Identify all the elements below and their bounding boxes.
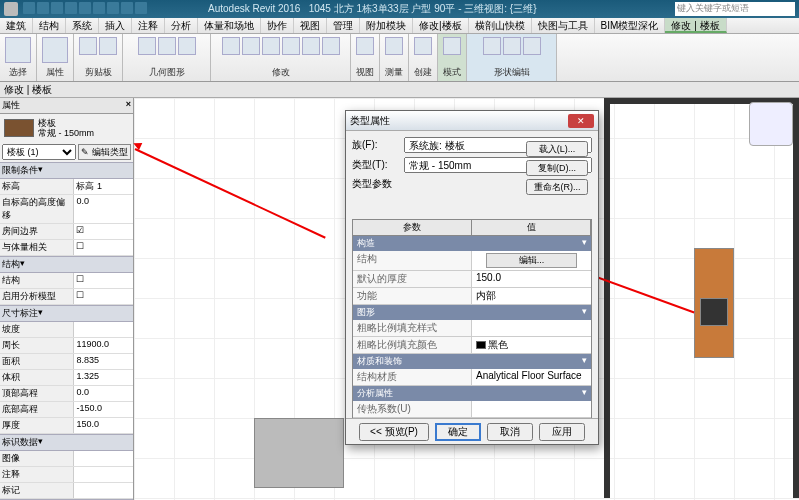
panel-view: 视图 — [356, 66, 374, 79]
panel-mode: 模式 — [443, 66, 461, 79]
tab-struct[interactable]: 结构 — [33, 18, 66, 33]
close-button[interactable]: ✕ — [568, 114, 594, 128]
properties-palette: 属性× 楼板常规 - 150mm 楼板 (1) ✎ 编辑类型 限制条件▾ 标高标… — [0, 98, 134, 500]
load-button[interactable]: 载入(L)... — [526, 141, 588, 157]
coarse-color[interactable]: 黑色 — [472, 337, 591, 353]
tab-ext1[interactable]: 修改|楼板 — [413, 18, 469, 33]
edit-type-button[interactable]: ✎ 编辑类型 — [78, 144, 131, 160]
viewcube[interactable] — [749, 102, 793, 146]
tab-ext3[interactable]: 快图与工具 — [532, 18, 595, 33]
furniture-item — [254, 418, 344, 488]
tab-mass[interactable]: 体量和场地 — [198, 18, 261, 33]
preview-button[interactable]: << 预览(P) — [359, 423, 429, 441]
type-swatch — [4, 119, 34, 137]
tab-annot[interactable]: 注释 — [132, 18, 165, 33]
group-constraints[interactable]: 限制条件▾ — [0, 162, 133, 179]
tab-ext4[interactable]: BIM模型深化 — [595, 18, 666, 33]
prop-title: 属性 — [2, 99, 20, 112]
param-table: 参数值 构造▾ 结构编辑... 默认的厚度150.0 功能内部 图形▾ 粗略比例… — [352, 219, 592, 437]
instance-filter[interactable]: 楼板 (1) — [2, 144, 76, 160]
structure-edit-button[interactable]: 编辑... — [486, 253, 577, 268]
tab-modify[interactable]: 修改 | 楼板 — [665, 18, 726, 33]
panel-clip: 剪贴板 — [85, 66, 112, 79]
duplicate-button[interactable]: 复制(D)... — [526, 160, 588, 176]
rename-button[interactable]: 重命名(R)... — [526, 179, 588, 195]
title-text: Autodesk Revit 2016 1045 北方 1栋3单33层 户型 9… — [208, 2, 536, 16]
close-icon[interactable]: × — [126, 99, 131, 112]
level-value[interactable]: 标高 1 — [74, 179, 133, 194]
help-search[interactable]: 键入关键字或短语 — [675, 2, 795, 16]
ribbon-tabs: 建筑 结构 系统 插入 注释 分析 体量和场地 协作 视图 管理 附加模块 修改… — [0, 18, 799, 34]
cat-construction[interactable]: 构造▾ — [353, 236, 591, 251]
paste-btn[interactable] — [79, 37, 97, 55]
cancel-button[interactable]: 取消 — [487, 423, 533, 441]
panel-create: 创建 — [414, 66, 432, 79]
group-dims[interactable]: 尺寸标注▾ — [0, 305, 133, 322]
panel-geom: 几何图形 — [149, 66, 185, 79]
panel-measure: 测量 — [385, 66, 403, 79]
cat-materials[interactable]: 材质和装饰▾ — [353, 354, 591, 369]
app-icon[interactable] — [4, 2, 18, 16]
app-titlebar: Autodesk Revit 2016 1045 北方 1栋3单33层 户型 9… — [0, 0, 799, 18]
dialog-title: 类型属性 — [350, 114, 568, 128]
cut-btn[interactable] — [99, 37, 117, 55]
analytical-check[interactable]: ☐ — [74, 289, 133, 304]
dialog-titlebar[interactable]: 类型属性 ✕ — [346, 111, 598, 131]
cat-graphics[interactable]: 图形▾ — [353, 305, 591, 320]
apply-button[interactable]: 应用 — [539, 423, 585, 441]
panel-select: 选择 — [9, 66, 27, 79]
type-selector[interactable]: 楼板常规 - 150mm — [0, 114, 133, 142]
group-struct[interactable]: 结构▾ — [0, 256, 133, 273]
roombound-check[interactable]: ☑ — [74, 224, 133, 239]
group-identity[interactable]: 标识数据▾ — [0, 434, 133, 451]
furniture-cooktop — [700, 298, 728, 326]
tab-ext2[interactable]: 横剖山快模 — [469, 18, 532, 33]
type-properties-dialog: 类型属性 ✕ 族(F):系统族: 楼板 类型(T):常规 - 150mm 载入(… — [345, 110, 599, 445]
quick-access-toolbar[interactable] — [22, 2, 148, 16]
geom-btn[interactable] — [138, 37, 156, 55]
panel-shape: 形状编辑 — [494, 66, 530, 79]
panel-modify: 修改 — [272, 66, 290, 79]
mass-check[interactable]: ☐ — [74, 240, 133, 255]
options-bar: 修改 | 楼板 — [0, 82, 799, 98]
tab-view[interactable]: 视图 — [294, 18, 327, 33]
tab-sys[interactable]: 系统 — [66, 18, 99, 33]
tab-manage[interactable]: 管理 — [327, 18, 360, 33]
cat-analytical[interactable]: 分析属性▾ — [353, 386, 591, 401]
panel-props: 属性 — [46, 66, 64, 79]
struct-material[interactable]: Analytical Floor Surface — [472, 369, 591, 385]
tab-collab[interactable]: 协作 — [261, 18, 294, 33]
offset-value[interactable]: 0.0 — [74, 195, 133, 223]
ribbon-body: 选择 属性 剪贴板 几何图形 修改 视图 测量 创建 模式 形状编辑 — [0, 34, 799, 82]
tab-arch[interactable]: 建筑 — [0, 18, 33, 33]
coarse-pattern[interactable] — [472, 320, 591, 336]
struct-check[interactable]: ☐ — [74, 273, 133, 288]
tab-addins[interactable]: 附加模块 — [360, 18, 413, 33]
ok-button[interactable]: 确定 — [435, 423, 481, 441]
tab-analyze[interactable]: 分析 — [165, 18, 198, 33]
select-tool[interactable] — [5, 37, 31, 63]
tab-insert[interactable]: 插入 — [99, 18, 132, 33]
function-value[interactable]: 内部 — [472, 288, 591, 304]
props-tool[interactable] — [42, 37, 68, 63]
